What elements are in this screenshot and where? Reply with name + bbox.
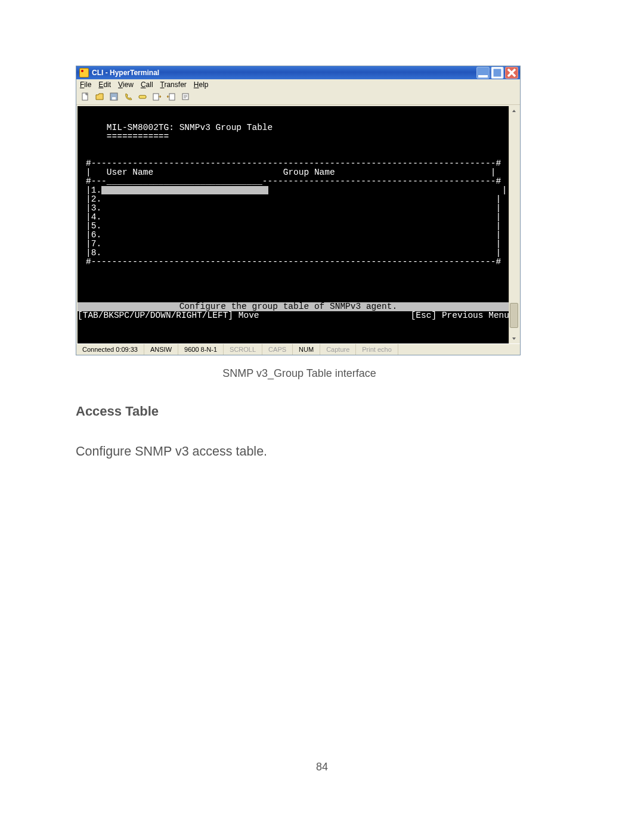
status-spacer: [398, 344, 520, 355]
row-2: 2.: [91, 194, 101, 204]
section-heading: Access Table: [76, 404, 644, 419]
send-icon: [152, 92, 162, 101]
row-3: 3.: [91, 203, 101, 213]
heading-underline: ============: [107, 132, 169, 141]
configure-line: Configure the group table of SNMPv3 agen…: [78, 302, 519, 311]
hyperterminal-window: CLI - HyperTerminal File Edit: [76, 66, 521, 355]
status-emulation: ANSIW: [144, 344, 178, 355]
row-8: 8.: [91, 248, 101, 258]
svg-rect-6: [153, 94, 159, 100]
close-icon: [506, 67, 518, 79]
svg-rect-5: [139, 95, 146, 98]
window-titlebar: CLI - HyperTerminal: [76, 66, 520, 79]
screenshot-figure: CLI - HyperTerminal File Edit: [76, 66, 523, 380]
open-file-icon: [95, 92, 104, 101]
svg-rect-4: [112, 97, 116, 100]
body-paragraph: Configure SNMP v3 access table.: [76, 444, 644, 459]
status-scroll: SCROLL: [224, 344, 262, 355]
receive-icon: [166, 92, 176, 101]
window-title: CLI - HyperTerminal: [92, 69, 159, 77]
vertical-scrollbar[interactable]: [509, 106, 519, 343]
save-button[interactable]: [109, 91, 119, 102]
properties-button[interactable]: [180, 91, 191, 102]
column-user: User Name: [107, 168, 153, 177]
call-button[interactable]: [123, 91, 134, 102]
send-button[interactable]: [151, 91, 162, 102]
properties-icon: [181, 92, 190, 101]
save-icon: [109, 92, 119, 101]
minimize-icon: [477, 67, 489, 79]
hint-move: [TAB/BKSPC/UP/DOWN/RIGHT/LEFT] Move: [78, 311, 259, 320]
menu-view[interactable]: View: [118, 80, 134, 89]
scrollbar-track[interactable]: [509, 116, 519, 334]
menubar: File Edit View Call Transfer Help: [76, 79, 520, 90]
new-file-icon: [80, 92, 90, 101]
menu-edit[interactable]: Edit: [98, 80, 111, 89]
new-file-button[interactable]: [80, 91, 91, 102]
menu-call[interactable]: Call: [141, 80, 153, 89]
figure-caption: SNMP v3_Group Table interface: [76, 367, 523, 380]
hangup-button[interactable]: [137, 91, 148, 102]
app-icon: [79, 68, 89, 78]
status-caps: CAPS: [262, 344, 293, 355]
row-5: 5.: [91, 221, 101, 231]
terminal-cursor: [101, 186, 268, 194]
menu-help[interactable]: Help: [194, 80, 209, 89]
maximize-icon: [491, 67, 503, 79]
window-controls: [476, 67, 518, 79]
row-4: 4.: [91, 212, 101, 222]
hangup-icon: [138, 92, 147, 101]
minimize-button[interactable]: [476, 67, 490, 79]
svg-rect-0: [478, 75, 488, 78]
status-echo: Print echo: [356, 344, 398, 355]
maximize-button[interactable]: [491, 67, 504, 79]
hint-esc: [Esc] Previous Menu: [411, 311, 509, 320]
menu-transfer[interactable]: Transfer: [160, 80, 187, 89]
row-1: 1.: [91, 185, 101, 195]
chevron-down-icon: [512, 336, 516, 341]
status-capture: Capture: [320, 344, 356, 355]
terminal[interactable]: MIL-SM8002TG: SNMPv3 Group Table =======…: [78, 106, 519, 343]
menu-file[interactable]: File: [80, 80, 91, 89]
scrollbar-thumb[interactable]: [510, 303, 518, 328]
scroll-up-button[interactable]: [509, 106, 519, 116]
receive-button[interactable]: [166, 91, 177, 102]
terminal-heading: MIL-SM8002TG: SNMPv3 Group Table: [107, 123, 273, 132]
row-6: 6.: [91, 230, 101, 240]
status-connected: Connected 0:09:33: [76, 344, 144, 355]
toolbar: [76, 90, 520, 105]
statusbar: Connected 0:09:33 ANSIW 9600 8-N-1 SCROL…: [76, 343, 520, 355]
svg-rect-1: [493, 68, 502, 78]
close-button[interactable]: [505, 67, 518, 79]
svg-rect-7: [169, 94, 175, 100]
status-num: NUM: [293, 344, 320, 355]
chevron-up-icon: [512, 109, 516, 113]
document-page: CLI - HyperTerminal File Edit: [0, 0, 644, 833]
status-settings: 9600 8-N-1: [178, 344, 224, 355]
scroll-down-button[interactable]: [509, 334, 519, 343]
open-file-button[interactable]: [94, 91, 105, 102]
call-icon: [123, 92, 133, 101]
terminal-wrap: MIL-SM8002TG: SNMPv3 Group Table =======…: [76, 105, 520, 343]
page-number: 84: [0, 761, 644, 773]
row-7: 7.: [91, 239, 101, 249]
column-group: Group Name: [283, 168, 335, 177]
